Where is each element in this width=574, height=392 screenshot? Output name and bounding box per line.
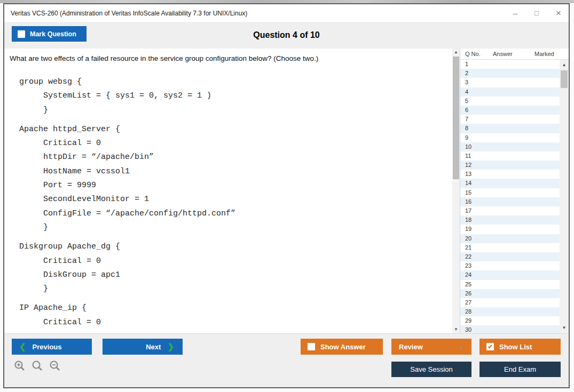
save-session-label: Save Session — [410, 365, 453, 373]
previous-button[interactable]: ❮ Previous — [12, 339, 92, 355]
question-list-row[interactable]: 26 — [460, 289, 569, 298]
question-list-row[interactable]: 1 — [460, 60, 569, 69]
zoom-toolbar — [13, 359, 61, 372]
scroll-up-icon[interactable]: ▲ — [452, 49, 460, 56]
question-list-row[interactable]: 12 — [460, 161, 569, 170]
next-button[interactable]: Next ❯ — [103, 339, 183, 355]
code-line — [19, 296, 446, 301]
titlebar: Veritas VCS-260 (Administration of Verit… — [4, 4, 569, 22]
show-answer-label: Show Answer — [320, 343, 366, 351]
question-list-row[interactable]: 21 — [460, 243, 569, 252]
question-list-row[interactable]: 15 — [460, 188, 569, 197]
question-list-row[interactable]: 11 — [460, 151, 569, 161]
code-line: SecondLevelMonitor = 1 — [19, 193, 446, 206]
question-list-row[interactable]: 23 — [460, 261, 569, 270]
question-text: What are two effects of a failed resourc… — [10, 53, 446, 64]
question-list-row[interactable]: 19 — [460, 225, 569, 234]
question-list-row[interactable]: 25 — [460, 280, 569, 289]
question-list-row[interactable]: 22 — [460, 252, 569, 261]
code-line: DiskGroup = apc1 — [19, 268, 446, 282]
save-session-button[interactable]: Save Session — [391, 362, 471, 377]
review-label: Review — [399, 343, 423, 351]
chevron-up-icon: ▲ — [460, 344, 465, 349]
question-scrollbar[interactable]: ▲ ▼ — [452, 49, 460, 333]
header-strip: Mark Question Question 4 of 10 — [4, 22, 569, 49]
code-line: Apache httpd_Server { — [19, 123, 446, 137]
window-controls: – □ × — [513, 9, 561, 18]
question-list-row[interactable]: 10 — [460, 142, 569, 151]
show-answer-button[interactable]: Show Answer — [301, 339, 383, 355]
question-scrollbar-thumb[interactable] — [453, 57, 459, 179]
question-list-row[interactable]: 29 — [460, 316, 569, 325]
question-list-row[interactable]: 7 — [460, 115, 569, 124]
next-label: Next — [146, 343, 161, 351]
minimize-icon[interactable]: – — [513, 9, 517, 17]
code-line: } — [19, 103, 446, 117]
zoom-in-icon[interactable] — [13, 359, 26, 372]
question-pane: What are two effects of a failed resourc… — [4, 49, 452, 333]
list-scrollbar-thumb[interactable] — [561, 70, 568, 88]
maximize-icon[interactable]: □ — [534, 10, 539, 17]
list-scrollbar[interactable]: ▲ ▼ — [560, 60, 569, 333]
code-line — [19, 117, 446, 123]
close-icon[interactable]: × — [556, 9, 561, 18]
code-line: } — [19, 282, 446, 296]
question-list-rows: 1234567891011121314151617181920212223242… — [460, 60, 569, 333]
question-list-row[interactable]: 27 — [460, 298, 569, 307]
app-window: Veritas VCS-260 (Administration of Verit… — [3, 3, 570, 388]
question-list-row[interactable]: 18 — [460, 215, 569, 225]
question-list-row[interactable]: 2 — [460, 69, 569, 78]
code-line: ConfigFile = “/apache/config/httpd.conf” — [19, 207, 446, 221]
footer-toolbar: ❮ Previous Next ❯ Show Answer Review ▲ ✔… — [4, 333, 569, 387]
question-list-row[interactable]: 9 — [460, 133, 569, 142]
question-counter: Question 4 of 10 — [4, 30, 569, 40]
list-scroll-up-icon[interactable]: ▲ — [560, 61, 569, 69]
question-list-row[interactable]: 8 — [460, 124, 569, 133]
column-header-qno: Q No. — [465, 51, 493, 57]
question-list-row[interactable]: 30 — [460, 325, 569, 333]
question-list-row[interactable]: 28 — [460, 307, 569, 316]
question-list-row[interactable]: 13 — [460, 170, 569, 179]
code-line: } — [19, 221, 446, 235]
config-code-block: group websg { SystemList = { sys1 = 0, s… — [19, 75, 446, 330]
mark-question-button[interactable]: Mark Question — [12, 26, 87, 42]
list-scroll-down-icon[interactable]: ▼ — [560, 324, 569, 332]
column-header-answer: Answer — [493, 51, 534, 57]
chevron-right-icon: ❯ — [167, 342, 174, 351]
end-exam-label: End Exam — [504, 365, 536, 373]
question-list-row[interactable]: 17 — [460, 206, 569, 215]
end-exam-button[interactable]: End Exam — [479, 362, 561, 377]
content-area: What are two effects of a failed resourc… — [4, 49, 569, 333]
question-list-header: Q No. Answer Marked — [460, 49, 569, 60]
code-line: SystemList = { sys1 = 0, sys2 = 1 ) — [19, 89, 446, 103]
question-list-row[interactable]: 20 — [460, 234, 569, 243]
code-line: group websg { — [19, 75, 446, 89]
code-line: httpDir = “/apache/bin” — [19, 150, 446, 164]
question-list-row[interactable]: 3 — [460, 78, 569, 87]
question-rows-container: 1234567891011121314151617181920212223242… — [460, 60, 569, 333]
column-header-marked: Marked — [534, 51, 569, 57]
show-list-button[interactable]: ✔ Show List — [479, 339, 561, 355]
mark-question-checkbox[interactable] — [18, 30, 25, 38]
mark-question-label: Mark Question — [30, 30, 76, 38]
code-line: Critical = 0 — [19, 137, 446, 150]
question-list-row[interactable]: 4 — [460, 87, 569, 97]
question-list-row[interactable]: 16 — [460, 197, 569, 206]
show-answer-checkbox[interactable] — [308, 343, 315, 350]
question-list-row[interactable]: 24 — [460, 270, 569, 279]
review-dropdown-button[interactable]: Review ▲ — [391, 339, 471, 355]
show-list-checkbox[interactable]: ✔ — [486, 343, 494, 350]
code-line: Diskgroup Apache_dg { — [19, 240, 446, 254]
scroll-down-icon[interactable]: ▼ — [452, 326, 460, 333]
question-list-row[interactable]: 6 — [460, 106, 569, 115]
window-title: Veritas VCS-260 (Administration of Verit… — [11, 10, 247, 17]
code-line: Critical = 0 — [19, 316, 446, 330]
question-list-row[interactable]: 5 — [460, 97, 569, 106]
question-list-row[interactable]: 14 — [460, 179, 569, 188]
code-line: HostName = vcssol1 — [19, 165, 446, 179]
code-line — [19, 235, 446, 240]
show-list-label: Show List — [499, 343, 532, 351]
question-list-panel: Q No. Answer Marked 12345678910111213141… — [460, 49, 569, 333]
zoom-reset-icon[interactable] — [31, 359, 44, 372]
zoom-out-icon[interactable] — [49, 359, 61, 372]
